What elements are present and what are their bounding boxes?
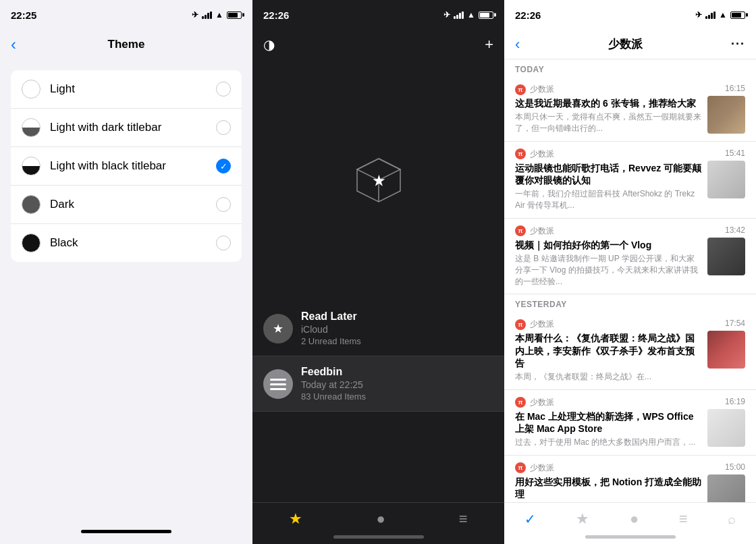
article-time-4: 17:54	[725, 319, 745, 328]
panel3-bottom	[504, 535, 756, 544]
theme-item-light[interactable]: Light	[11, 70, 242, 109]
feed-name-read-later: Read Later	[301, 310, 493, 323]
back-button-3[interactable]: ‹	[515, 36, 520, 53]
article-right-1: 16:15	[707, 84, 745, 134]
theme-label-dark: Dark	[50, 198, 216, 211]
article-time-6: 15:00	[725, 462, 745, 472]
article-right-5: 16:19	[707, 397, 745, 447]
app-logo: ★	[352, 153, 406, 207]
source-name-3: 少数派	[530, 225, 554, 237]
article-title-1: 这是我近期最喜欢的 6 张专辑，推荐给大家	[515, 97, 702, 109]
location-icon-2: ✈	[443, 10, 450, 20]
tab-star-3[interactable]: ★	[576, 510, 589, 528]
source-name-4: 少数派	[530, 319, 554, 330]
nav-title-articles: 少数派	[608, 36, 643, 52]
article-right-4: 17:54	[707, 319, 745, 369]
article-time-1: 16:15	[725, 84, 745, 93]
nav-bar-theme: ‹ Theme	[0, 30, 252, 59]
source-name-6: 少数派	[530, 462, 554, 474]
tab-check-3[interactable]: ✓	[524, 511, 536, 527]
feed-name-feedbin: Feedbin	[301, 366, 493, 378]
article-source-row-4: π 少数派	[515, 319, 702, 330]
article-title-2: 运动眼镜也能听歌打电话，Revvez 可能要颠覆你对眼镜的认知	[515, 162, 702, 186]
theme-toggle-icon[interactable]: ◑	[263, 36, 275, 53]
article-source-row-1: π 少数派	[515, 84, 702, 95]
nav-title-theme: Theme	[108, 38, 145, 51]
article-content-5: π 少数派 在 Mac 上处理文档的新选择，WPS Office 上架 Mac …	[515, 397, 707, 448]
article-right-2: 15:41	[707, 148, 745, 198]
panel1-bottom	[0, 262, 252, 544]
theme-list: Light Light with dark titlebar Light wit…	[11, 70, 242, 262]
article-content-1: π 少数派 这是我近期最喜欢的 6 张专辑，推荐给大家 本周只休一天，觉得有点不…	[515, 84, 707, 134]
add-feed-button[interactable]: +	[485, 36, 493, 53]
nav-bar-articles: ‹ 少数派 ···	[504, 30, 756, 59]
article-item-1[interactable]: π 少数派 这是我近期最喜欢的 6 张专辑，推荐给大家 本周只休一天，觉得有点不…	[504, 77, 756, 142]
svg-rect-6	[270, 388, 286, 390]
article-item-2[interactable]: π 少数派 运动眼镜也能听歌打电话，Revvez 可能要颠覆你对眼镜的认知 一年…	[504, 142, 756, 219]
source-name-1: 少数派	[530, 84, 554, 95]
tab-star-2[interactable]: ★	[289, 510, 302, 528]
home-indicator-2	[333, 535, 424, 539]
signal-icon-3	[705, 11, 716, 19]
panel3-tabs: ✓ ★ ● ≡ ⌕	[504, 502, 756, 535]
theme-item-dark[interactable]: Dark	[11, 186, 242, 224]
panel-feeds: 22:26 ✈ ▲ ◑ + ★	[252, 0, 504, 544]
article-title-6: 用好这些实用模板，把 Notion 打造成全能助理	[515, 476, 702, 500]
theme-label-light: Light	[50, 82, 216, 96]
article-item-4[interactable]: π 少数派 本周看什么：《复仇者联盟：终局之战》国内上映，李安新作《双子杀手》发…	[504, 312, 756, 389]
svg-text:★: ★	[373, 173, 385, 188]
article-content-6: π 少数派 用好这些实用模板，把 Notion 打造成全能助理 将笔记、任务管理…	[515, 462, 707, 502]
feed-info-read-later: Read Later iCloud 2 Unread Items	[301, 310, 493, 346]
status-bar-3: 22:26 ✈ ▲	[504, 0, 756, 30]
feed-count-read-later: 2 Unread Items	[301, 336, 493, 346]
theme-circle-dark	[22, 195, 40, 214]
tab-menu-2[interactable]: ≡	[459, 510, 468, 528]
feed-sub-feedbin: Today at 22:25	[301, 379, 493, 390]
theme-item-black[interactable]: Black	[11, 224, 242, 262]
source-icon-3: π	[515, 225, 526, 236]
tab-menu-3[interactable]: ≡	[679, 510, 688, 528]
tab-dot-3[interactable]: ●	[630, 510, 639, 528]
source-icon-4: π	[515, 319, 526, 330]
feed-avatar-feedbin	[263, 369, 293, 399]
home-indicator-1	[81, 530, 171, 533]
article-excerpt-3: 这是 B 站邀请我制作一期 UP 学园公开课，和大家分享一下 Vlog 的拍摄技…	[515, 253, 702, 287]
theme-check-light-dark	[216, 120, 231, 135]
theme-item-light-black[interactable]: Light with black titlebar ✓	[11, 147, 242, 186]
article-content-4: π 少数派 本周看什么：《复仇者联盟：终局之战》国内上映，李安新作《双子杀手》发…	[515, 319, 707, 382]
source-name-5: 少数派	[530, 397, 554, 408]
panel2-bottom	[252, 535, 504, 544]
article-thumb-6	[707, 474, 745, 502]
feed-sub-read-later: iCloud	[301, 324, 493, 335]
articles-container: TODAY π 少数派 这是我近期最喜欢的 6 张专辑，推荐给大家 本周只休一天…	[504, 59, 756, 502]
tab-dot-2[interactable]: ●	[376, 510, 385, 528]
article-title-5: 在 Mac 上处理文档的新选择，WPS Office 上架 Mac App St…	[515, 410, 702, 435]
svg-rect-5	[270, 383, 286, 385]
theme-check-dark	[216, 197, 231, 212]
article-content-3: π 少数派 视频｜如何拍好你的第一个 Vlog 这是 B 站邀请我制作一期 UP…	[515, 225, 707, 288]
article-item-3[interactable]: π 少数派 视频｜如何拍好你的第一个 Vlog 这是 B 站邀请我制作一期 UP…	[504, 219, 756, 295]
home-indicator-3	[585, 535, 676, 539]
article-item-5[interactable]: π 少数派 在 Mac 上处理文档的新选择，WPS Office 上架 Mac …	[504, 390, 756, 456]
theme-label-light-black: Light with black titlebar	[50, 159, 216, 173]
article-item-6[interactable]: π 少数派 用好这些实用模板，把 Notion 打造成全能助理 将笔记、任务管理…	[504, 456, 756, 502]
article-excerpt-4: 本周，《复仇者联盟：终局之战》在...	[515, 371, 702, 383]
tab-search-3[interactable]: ⌕	[728, 512, 736, 527]
feed-avatar-read-later: ★	[263, 314, 293, 344]
feed-item-read-later[interactable]: ★ Read Later iCloud 2 Unread Items	[252, 301, 504, 356]
feed-item-feedbin[interactable]: Feedbin Today at 22:25 83 Unread Items	[252, 356, 504, 412]
source-icon-6: π	[515, 462, 526, 473]
theme-circle-light	[22, 80, 40, 99]
theme-item-light-dark[interactable]: Light with dark titlebar	[11, 109, 242, 147]
panel-articles: 22:26 ✈ ▲ ‹ 少数派 ··· TODAY π	[504, 0, 756, 544]
back-button[interactable]: ‹	[11, 35, 16, 54]
theme-label-black: Black	[50, 236, 216, 250]
article-right-6: 15:00	[707, 462, 745, 502]
location-icon: ✈	[192, 10, 198, 20]
article-thumb-1	[707, 96, 745, 134]
nav-bar-feeds: ◑ +	[252, 30, 504, 59]
article-thumb-3	[707, 238, 745, 275]
more-button[interactable]: ···	[731, 37, 745, 51]
wifi-icon-3: ▲	[719, 10, 727, 20]
theme-check-light-black: ✓	[216, 159, 231, 173]
